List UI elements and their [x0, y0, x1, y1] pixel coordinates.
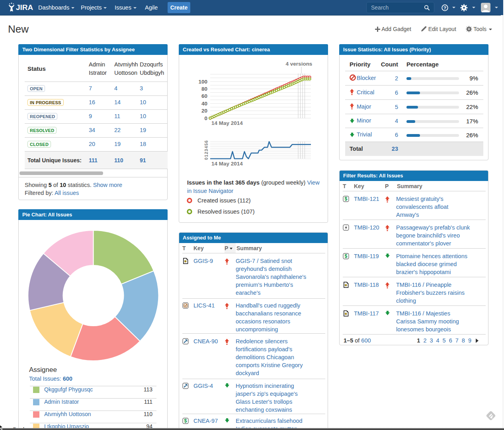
svg-text:?: ? — [443, 6, 446, 10]
svg-text:0: 0 — [204, 115, 207, 121]
svg-text:0: 0 — [204, 158, 209, 160]
svg-text:3: 3 — [204, 149, 209, 151]
svg-text:$: $ — [345, 196, 348, 202]
svg-text:5: 5 — [204, 143, 209, 146]
svg-text:$: $ — [345, 253, 348, 259]
svg-text:40: 40 — [201, 101, 207, 107]
svg-text:6: 6 — [204, 140, 209, 143]
svg-text:1: 1 — [204, 155, 209, 157]
svg-text:4: 4 — [204, 146, 209, 148]
svg-text:14 May 2014: 14 May 2014 — [211, 120, 243, 126]
svg-text:14 May 2014: 14 May 2014 — [211, 161, 243, 167]
svg-text:100: 100 — [198, 79, 207, 85]
svg-text:20: 20 — [201, 108, 207, 114]
svg-text:80: 80 — [201, 86, 207, 92]
svg-text:2: 2 — [204, 152, 209, 154]
svg-text:$: $ — [184, 418, 187, 424]
svg-text:60: 60 — [201, 93, 207, 99]
svg-text:4 versions: 4 versions — [286, 61, 313, 67]
